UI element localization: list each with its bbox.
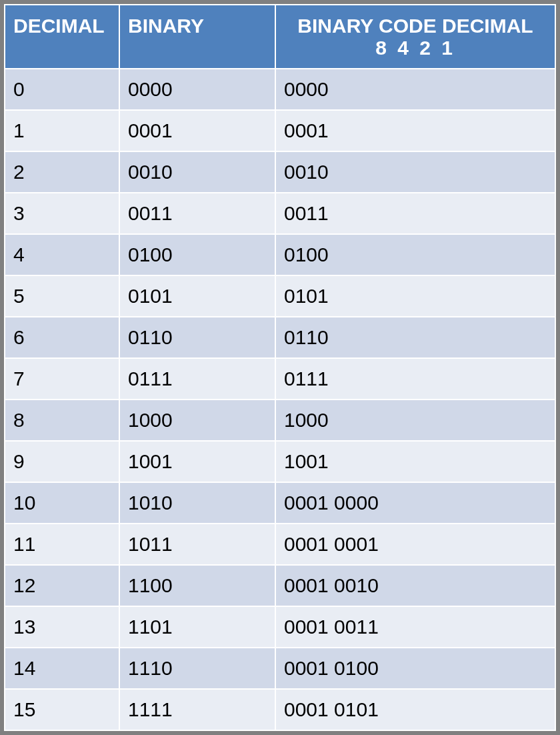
cell-binary: 0001: [119, 110, 275, 151]
cell-binary: 1011: [119, 524, 275, 565]
cell-decimal: 8: [5, 400, 119, 441]
table-row: 601100110: [5, 317, 555, 358]
cell-decimal: 10: [5, 482, 119, 524]
table-row: 100010001: [5, 110, 555, 151]
cell-decimal: 14: [5, 648, 119, 689]
cell-bcd: 0110: [275, 317, 555, 358]
table-row: 300110011: [5, 193, 555, 234]
cell-bcd: 0101: [275, 275, 555, 317]
header-decimal: DECIMAL: [5, 5, 119, 69]
cell-bcd: 0111: [275, 358, 555, 400]
cell-bcd: 0011: [275, 193, 555, 234]
cell-bcd: 0001: [275, 110, 555, 151]
header-binary: BINARY: [119, 5, 275, 69]
cell-decimal: 15: [5, 689, 119, 730]
cell-decimal: 0: [5, 69, 119, 110]
table-row: 200100010: [5, 151, 555, 193]
cell-binary: 1111: [119, 689, 275, 730]
cell-bcd: 0010: [275, 151, 555, 193]
table-row: 1311010001 0011: [5, 606, 555, 648]
cell-binary: 0111: [119, 358, 275, 400]
header-bcd-line1: BINARY CODE DECIMAL: [297, 15, 533, 37]
bcd-table: DECIMAL BINARY BINARY CODE DECIMAL 8 4 2…: [4, 4, 556, 731]
cell-binary: 1010: [119, 482, 275, 524]
table-row: 1010100001 0000: [5, 482, 555, 524]
table-body: 0000000001000100012001000103001100114010…: [5, 69, 555, 730]
cell-decimal: 1: [5, 110, 119, 151]
cell-decimal: 4: [5, 234, 119, 275]
cell-binary: 1001: [119, 441, 275, 482]
cell-binary: 1110: [119, 648, 275, 689]
cell-binary: 1100: [119, 565, 275, 606]
cell-binary: 0100: [119, 234, 275, 275]
cell-bcd: 1000: [275, 400, 555, 441]
cell-binary: 0000: [119, 69, 275, 110]
table-row: 810001000: [5, 400, 555, 441]
cell-bcd: 0000: [275, 69, 555, 110]
header-row: DECIMAL BINARY BINARY CODE DECIMAL 8 4 2…: [5, 5, 555, 69]
table-row: 000000000: [5, 69, 555, 110]
header-bcd-line2: 8 4 2 1: [284, 37, 547, 59]
cell-decimal: 9: [5, 441, 119, 482]
cell-binary: 1000: [119, 400, 275, 441]
cell-bcd: 1001: [275, 441, 555, 482]
table-row: 910011001: [5, 441, 555, 482]
cell-bcd: 0001 0000: [275, 482, 555, 524]
cell-bcd: 0001 0010: [275, 565, 555, 606]
header-bcd: BINARY CODE DECIMAL 8 4 2 1: [275, 5, 555, 69]
cell-decimal: 5: [5, 275, 119, 317]
cell-bcd: 0001 0100: [275, 648, 555, 689]
cell-binary: 0011: [119, 193, 275, 234]
cell-bcd: 0001 0101: [275, 689, 555, 730]
table-row: 1411100001 0100: [5, 648, 555, 689]
table-row: 1511110001 0101: [5, 689, 555, 730]
cell-binary: 1101: [119, 606, 275, 648]
cell-binary: 0110: [119, 317, 275, 358]
table-row: 401000100: [5, 234, 555, 275]
cell-decimal: 6: [5, 317, 119, 358]
cell-decimal: 13: [5, 606, 119, 648]
table-row: 501010101: [5, 275, 555, 317]
table-row: 701110111: [5, 358, 555, 400]
cell-bcd: 0001 0011: [275, 606, 555, 648]
cell-binary: 0101: [119, 275, 275, 317]
table-row: 1211000001 0010: [5, 565, 555, 606]
table-frame: DECIMAL BINARY BINARY CODE DECIMAL 8 4 2…: [0, 0, 560, 735]
cell-bcd: 0001 0001: [275, 524, 555, 565]
cell-decimal: 11: [5, 524, 119, 565]
cell-decimal: 2: [5, 151, 119, 193]
cell-decimal: 12: [5, 565, 119, 606]
cell-bcd: 0100: [275, 234, 555, 275]
cell-decimal: 7: [5, 358, 119, 400]
cell-binary: 0010: [119, 151, 275, 193]
table-row: 1110110001 0001: [5, 524, 555, 565]
cell-decimal: 3: [5, 193, 119, 234]
